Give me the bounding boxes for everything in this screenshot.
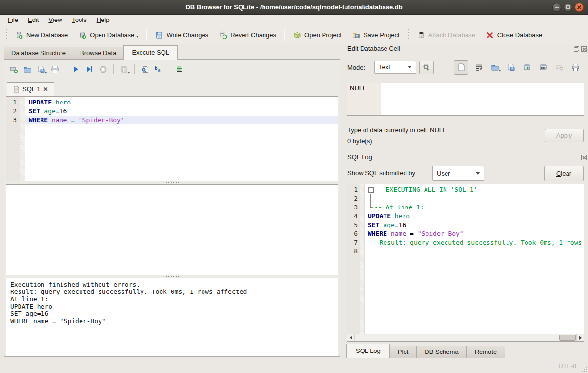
cell-type-info: Type of data currently in cell: NULL — [347, 126, 446, 134]
menu-help[interactable]: Help — [92, 15, 115, 26]
tab-database-structure[interactable]: Database Structure — [4, 47, 73, 60]
toolbar-separator — [134, 64, 135, 74]
new-sql-tab-button[interactable] — [8, 63, 20, 75]
scroll-right-arrow[interactable] — [576, 334, 584, 341]
sql-tab-bar: SQL 1 ✕ — [7, 82, 54, 96]
toggle-comment-button[interactable] — [174, 63, 185, 75]
sql-log-view[interactable]: 12345678 -- EXECUTING ALL IN 'SQL 1'----… — [347, 184, 584, 342]
mode-select[interactable]: Text — [374, 61, 416, 74]
titlebar[interactable]: DB Browser for SQLite - /home/user/code/… — [0, 0, 588, 15]
close-database-icon — [486, 31, 494, 39]
tab-db-schema[interactable]: DB Schema — [417, 346, 466, 358]
print-icon — [571, 63, 580, 72]
close-panel-icon[interactable] — [581, 155, 587, 160]
format-sql-button[interactable]: ba — [153, 63, 164, 75]
close-tab-icon[interactable]: ✕ — [43, 86, 48, 93]
text-mode-button[interactable] — [454, 60, 468, 75]
resize-grip[interactable] — [581, 366, 587, 372]
float-panel-icon[interactable] — [574, 46, 579, 52]
open-project-button[interactable]: Open Project — [288, 28, 347, 42]
scrollbar-thumb[interactable] — [559, 335, 576, 341]
save-project-icon — [352, 31, 360, 39]
chevron-down-icon — [408, 66, 412, 68]
stop-button[interactable] — [97, 63, 109, 75]
database-plus-icon — [15, 31, 23, 39]
copy-results-button[interactable]: ▾ — [118, 63, 130, 75]
set-null-icon — [555, 63, 564, 72]
attach-database-button[interactable]: Attach Database — [412, 28, 481, 42]
float-panel-icon[interactable] — [574, 155, 579, 160]
auto-apply-button[interactable] — [419, 61, 434, 74]
editor-code-area[interactable]: UPDATE heroSET age=16WHERE name = "Spide… — [25, 97, 338, 181]
save-dropdown-icon: ▾ — [45, 71, 47, 75]
execute-all-button[interactable] — [70, 63, 81, 75]
sql-toolbar: ▾ ▾ ba — [8, 63, 185, 75]
save-sql-file-button[interactable]: ▾ — [35, 63, 47, 75]
editor-fold-margin — [20, 97, 25, 181]
toolbar-grip[interactable] — [5, 29, 8, 41]
tab-remote[interactable]: Remote — [467, 346, 506, 358]
results-pane[interactable] — [6, 184, 338, 275]
menubar: File Edit View Tools Help — [0, 15, 588, 26]
open-sql-file-button[interactable] — [21, 63, 33, 75]
print-cell-button[interactable] — [569, 62, 581, 73]
apply-button[interactable]: Apply — [545, 129, 584, 142]
database-open-icon — [79, 31, 86, 39]
save-project-button[interactable]: Save Project — [347, 28, 405, 42]
tab-execute-sql[interactable]: Execute SQL — [123, 45, 178, 60]
menu-tools[interactable]: Tools — [67, 15, 91, 26]
cell-value-area[interactable] — [381, 83, 584, 115]
log-code-area[interactable]: -- EXECUTING ALL IN 'SQL 1'---- At line … — [365, 184, 584, 334]
open-database-button[interactable]: Open Database ▾ — [73, 28, 143, 42]
link-icon — [539, 63, 547, 72]
print-button[interactable] — [49, 63, 61, 75]
menu-file[interactable]: File — [3, 15, 23, 26]
menu-view[interactable]: View — [43, 15, 67, 26]
sql-log-dock-controls — [574, 155, 587, 160]
cell-size-info: 0 byte(s) — [347, 137, 372, 145]
minimize-icon — [555, 7, 559, 8]
new-database-button[interactable]: New Database — [10, 28, 73, 42]
window-title: DB Browser for SQLite - /home/user/code/… — [185, 3, 402, 11]
text-document-icon — [458, 63, 465, 71]
save-file-icon — [507, 63, 515, 72]
apply-data-button[interactable] — [521, 62, 533, 73]
revert-changes-button[interactable]: Revert Changes — [214, 28, 282, 42]
splitter-handle[interactable] — [6, 181, 338, 184]
cell-editor-toolbar: ▾ — [454, 60, 581, 75]
word-wrap-icon — [475, 63, 483, 71]
close-panel-icon[interactable] — [581, 46, 587, 52]
main-tab-bar: Database Structure Browse Data Execute S… — [4, 46, 178, 60]
tab-browse-data[interactable]: Browse Data — [73, 47, 123, 60]
submitted-by-select[interactable]: User — [432, 166, 484, 181]
comment-lines-icon — [176, 65, 183, 73]
log-line-numbers: 12345678 — [347, 184, 360, 334]
word-wrap-button[interactable] — [473, 62, 485, 73]
scroll-left-arrow[interactable] — [347, 334, 355, 341]
menu-edit[interactable]: Edit — [23, 15, 43, 26]
sql1-tab[interactable]: SQL 1 ✕ — [7, 82, 54, 96]
write-changes-button[interactable]: Write Changes — [150, 28, 214, 42]
gear-icon — [422, 63, 431, 72]
maximize-button[interactable] — [564, 3, 572, 12]
minimize-button[interactable] — [552, 3, 561, 12]
sql-editor[interactable]: 123 UPDATE heroSET age=16WHERE name = "S… — [6, 96, 338, 181]
execute-current-line-button[interactable] — [83, 63, 95, 75]
set-null-button[interactable] — [553, 62, 565, 73]
close-button[interactable] — [575, 3, 584, 12]
import-file-button[interactable]: ▾ — [489, 62, 501, 73]
open-url-button[interactable] — [537, 62, 549, 73]
find-replace-button[interactable] — [139, 63, 151, 75]
cell-value-editor[interactable]: NULL — [347, 83, 584, 116]
tab-sql-log[interactable]: SQL Log — [346, 344, 390, 358]
cell-null-indicator: NULL — [347, 83, 381, 115]
toolbar-grip[interactable] — [407, 29, 410, 41]
export-file-button[interactable] — [505, 62, 517, 73]
open-database-dropdown-icon[interactable]: ▾ — [136, 34, 138, 39]
toolbar-separator — [65, 64, 65, 74]
attach-database-icon — [417, 31, 425, 39]
clear-log-button[interactable]: Clear — [544, 166, 584, 181]
tab-plot[interactable]: Plot — [390, 346, 417, 358]
close-database-button[interactable]: Close Database — [481, 28, 548, 42]
horizontal-scrollbar[interactable] — [347, 334, 584, 341]
